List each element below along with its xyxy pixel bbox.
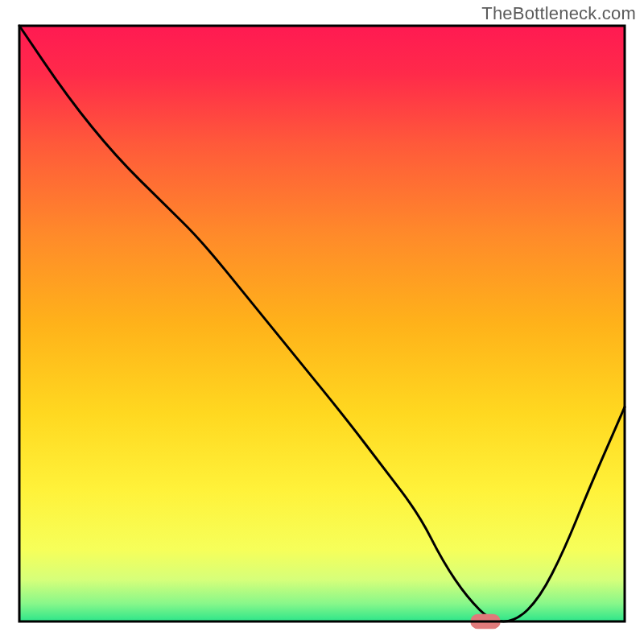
chart-gradient-background — [19, 26, 625, 621]
watermark-text: TheBottleneck.com — [481, 3, 636, 24]
bottleneck-chart — [0, 0, 644, 644]
chart-stage: TheBottleneck.com — [0, 0, 644, 644]
